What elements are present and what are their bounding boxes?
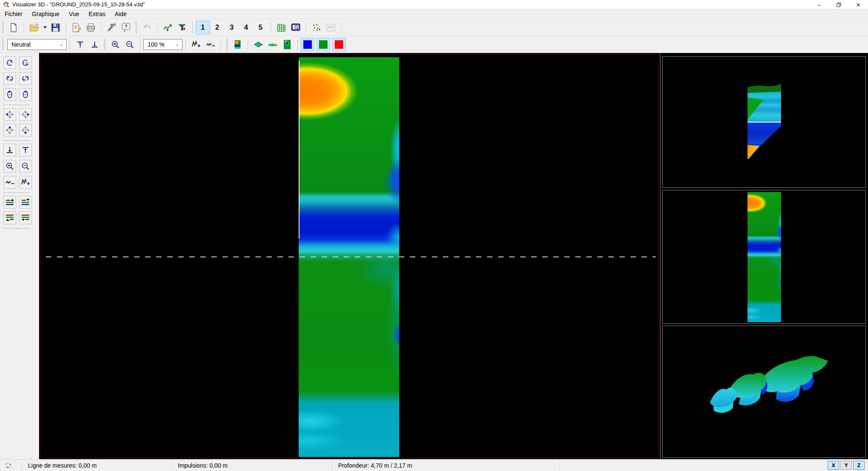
rotate-up-button[interactable] bbox=[3, 56, 16, 69]
rotate-up-icon bbox=[5, 58, 14, 67]
side-view-panel[interactable] bbox=[662, 56, 866, 188]
toolbar-separator bbox=[248, 39, 248, 50]
axis-z-toggle[interactable]: Z bbox=[853, 461, 865, 470]
toolbox-separator bbox=[3, 192, 31, 193]
color-level-down-icon bbox=[21, 214, 30, 222]
view-button-1[interactable]: 1 bbox=[196, 21, 210, 34]
move-to-top-button[interactable] bbox=[19, 144, 32, 156]
toolbox-separator bbox=[3, 140, 31, 141]
color-mode-value: Neutral bbox=[8, 41, 57, 48]
pan-left-icon bbox=[5, 110, 14, 119]
rotate-down-icon bbox=[21, 58, 30, 67]
amplify-signal-button[interactable] bbox=[189, 38, 203, 51]
menu-fichier[interactable]: Fichier bbox=[0, 9, 27, 19]
zoom-out-view-button[interactable] bbox=[19, 160, 32, 173]
menu-graphique[interactable]: Graphique bbox=[27, 9, 64, 19]
channel-green-toggle[interactable] bbox=[316, 38, 330, 51]
grid-view-button[interactable] bbox=[274, 21, 288, 34]
open-recent-dropdown[interactable] bbox=[42, 21, 48, 34]
app-icon bbox=[3, 1, 10, 8]
arrow-up-to-line-icon bbox=[76, 41, 84, 48]
rotate-right-button[interactable] bbox=[19, 72, 32, 85]
zoom-in-button[interactable] bbox=[108, 38, 123, 51]
close-button[interactable]: ✕ bbox=[848, 0, 868, 9]
visualizer-3d-window: Visualizer 3D - "GROUND_2025-09-15_10-28… bbox=[0, 0, 868, 471]
pan-left-button[interactable] bbox=[3, 108, 16, 121]
signal-min-minus-icon bbox=[206, 40, 215, 49]
menu-aide[interactable]: Aide bbox=[110, 9, 131, 19]
view-button-4[interactable]: 4 bbox=[239, 21, 253, 34]
zoom-out-button[interactable] bbox=[123, 38, 137, 51]
color-range-up-button[interactable] bbox=[3, 196, 16, 209]
main-scan-view[interactable] bbox=[39, 53, 660, 459]
scan-thumbnail-button[interactable] bbox=[230, 38, 245, 51]
status-bar: Ligne de mesures: 0,00 m Impulsions: 0,0… bbox=[0, 459, 868, 471]
color-level-down-button[interactable] bbox=[19, 212, 32, 224]
view-button-5[interactable]: 5 bbox=[253, 21, 268, 34]
surface-3d-panel[interactable] bbox=[662, 326, 866, 458]
scan-2d-view-button[interactable] bbox=[280, 38, 294, 51]
move-to-bottom-button[interactable] bbox=[3, 144, 16, 156]
reduce-signal-button[interactable] bbox=[203, 38, 218, 51]
amplify-signal-view-button[interactable] bbox=[19, 176, 32, 189]
menu-extras[interactable]: Extras bbox=[84, 9, 110, 19]
axis-x-toggle[interactable]: X bbox=[828, 461, 839, 470]
view-button-3[interactable]: 3 bbox=[224, 21, 239, 34]
rotate-down-button[interactable] bbox=[19, 56, 32, 69]
depth-indicator-line[interactable] bbox=[46, 256, 656, 257]
open-file-button[interactable] bbox=[27, 21, 42, 34]
filter-button[interactable] bbox=[175, 21, 189, 34]
view-toolbar: Neutral ⌄ 100 % ⌄ bbox=[0, 36, 868, 53]
toolbar-grip[interactable] bbox=[2, 39, 4, 50]
pan-right-button[interactable] bbox=[19, 108, 32, 121]
reduce-signal-view-button[interactable] bbox=[3, 176, 16, 189]
screen-preview-button[interactable] bbox=[288, 21, 303, 34]
spin-right-button[interactable] bbox=[19, 88, 32, 101]
print-button[interactable] bbox=[84, 21, 98, 34]
pan-up-button[interactable] bbox=[3, 124, 16, 137]
restore-button[interactable] bbox=[829, 0, 848, 9]
color-mode-select[interactable]: Neutral ⌄ bbox=[7, 39, 67, 50]
view-button-2[interactable]: 2 bbox=[210, 21, 224, 34]
open-folder-icon bbox=[29, 23, 39, 32]
toolbar-separator bbox=[140, 39, 140, 50]
signal-max-plus-icon bbox=[21, 178, 30, 187]
rotate-left-button[interactable] bbox=[3, 72, 16, 85]
toolbar-grip[interactable] bbox=[104, 39, 106, 50]
scan-2d-panel[interactable] bbox=[662, 190, 866, 324]
toolbar-separator bbox=[185, 39, 186, 50]
channel-blue-toggle[interactable] bbox=[301, 38, 314, 51]
main-toolbar: ? 1 2 3 4 5 bbox=[0, 19, 868, 36]
align-top-button[interactable] bbox=[73, 38, 87, 51]
zoom-level-select[interactable]: 100 % ⌄ bbox=[143, 39, 182, 50]
surface-3d-view-button[interactable] bbox=[251, 38, 266, 51]
report-button[interactable] bbox=[69, 21, 84, 34]
align-bottom-button[interactable] bbox=[87, 38, 102, 51]
toolbar-grip[interactable] bbox=[135, 22, 137, 33]
toolbar-separator bbox=[221, 39, 221, 50]
color-range-down-button[interactable] bbox=[19, 196, 32, 209]
save-button[interactable] bbox=[48, 21, 63, 34]
undo-button[interactable] bbox=[140, 21, 154, 34]
edit-signal-button[interactable] bbox=[160, 21, 175, 34]
settings-button[interactable] bbox=[104, 21, 119, 34]
channel-red-toggle[interactable] bbox=[332, 38, 346, 51]
title-bar: Visualizer 3D - "GROUND_2025-09-15_10-28… bbox=[0, 0, 868, 9]
toolbar-separator bbox=[341, 22, 342, 33]
help-button[interactable]: ? bbox=[119, 21, 133, 34]
axis-y-toggle[interactable]: Y bbox=[840, 461, 852, 470]
surface-flat-view-button[interactable] bbox=[266, 38, 280, 51]
new-file-button[interactable] bbox=[6, 21, 21, 34]
zoom-in-view-button[interactable] bbox=[3, 160, 16, 173]
pan-down-button[interactable] bbox=[19, 124, 32, 137]
depth-status: Profondeur: 4,70 m / 2,17 m bbox=[332, 460, 560, 471]
minimize-button[interactable]: – bbox=[809, 0, 829, 9]
spin-left-button[interactable] bbox=[3, 88, 16, 101]
color-level-up-button[interactable] bbox=[3, 212, 16, 224]
point-cloud-button[interactable] bbox=[309, 21, 324, 34]
chart-button[interactable] bbox=[324, 21, 338, 34]
toolbar-grip[interactable] bbox=[2, 22, 4, 33]
green-square-icon bbox=[319, 40, 328, 49]
menu-vue[interactable]: Vue bbox=[64, 9, 84, 19]
toolbar-grip[interactable] bbox=[226, 39, 228, 50]
